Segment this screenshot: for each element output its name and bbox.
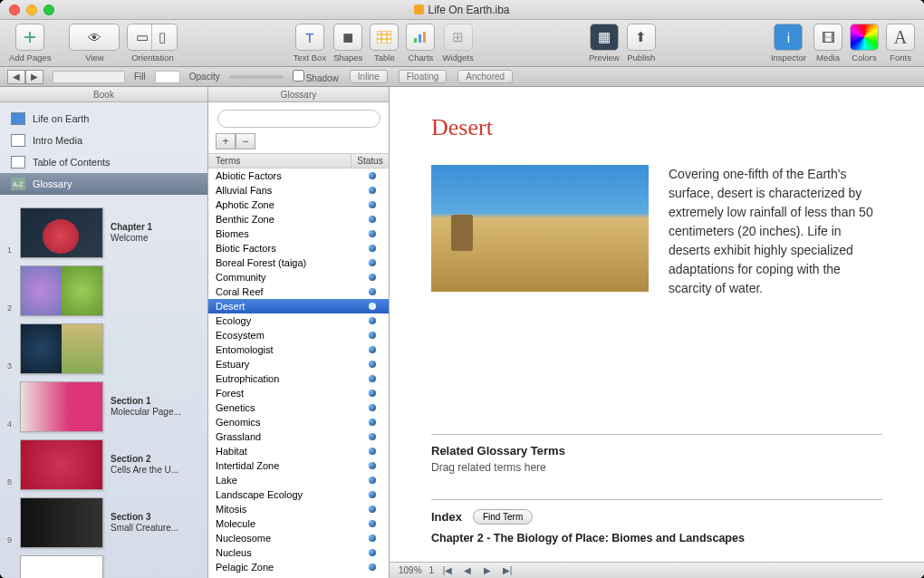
fonts-label: Fonts <box>890 53 911 63</box>
next-page-icon[interactable]: ▶ <box>481 565 494 575</box>
opacity-slider[interactable] <box>229 75 284 79</box>
glossary-column-header: Glossary <box>208 87 389 102</box>
add-pages-button[interactable] <box>15 24 44 51</box>
az-icon: A-Z <box>11 178 25 190</box>
glossary-item[interactable]: A-ZGlossary <box>0 173 207 195</box>
glossary-search-input[interactable] <box>217 110 380 128</box>
status-dot-icon <box>369 216 376 223</box>
term-row[interactable]: Mitosis <box>208 502 389 516</box>
colors-button[interactable] <box>850 24 879 51</box>
term-row[interactable]: Genomics <box>208 415 389 429</box>
first-page-icon[interactable]: |◀ <box>441 565 454 575</box>
status-dot-icon <box>369 477 376 484</box>
media-label: Media <box>816 53 840 63</box>
wrap-anchored[interactable]: Anchored <box>457 70 513 83</box>
charts-button[interactable] <box>406 24 435 51</box>
term-row[interactable]: Eutrophication <box>208 371 389 386</box>
status-dot-icon <box>369 172 376 179</box>
related-drop-zone[interactable]: Drag related terms here <box>431 461 882 474</box>
wrap-inline[interactable]: Inline <box>350 70 388 83</box>
term-row[interactable]: Molecule <box>208 516 389 531</box>
back-button[interactable]: ◀ <box>7 70 25 84</box>
term-row[interactable]: Habitat <box>208 444 389 458</box>
book-column-header: Book <box>0 87 207 102</box>
shapes-button[interactable]: ◼︎ <box>333 24 362 51</box>
orientation-toggle[interactable]: ▭▯ <box>127 24 178 51</box>
remove-term-button[interactable]: − <box>236 133 255 149</box>
term-row[interactable]: Nucleosome <box>208 531 389 545</box>
term-row[interactable]: Pheromone <box>208 574 389 578</box>
preview-label: Preview <box>589 53 620 63</box>
term-row[interactable]: Aphotic Zone <box>208 197 389 212</box>
term-row[interactable]: Alluvial Fans <box>208 183 389 197</box>
last-page-icon[interactable]: ▶| <box>501 565 514 575</box>
view-label: View <box>85 53 103 63</box>
table-button[interactable] <box>370 24 399 51</box>
term-row[interactable]: Genetics <box>208 400 389 415</box>
term-row[interactable]: Forest <box>208 386 389 400</box>
term-row[interactable]: Intertidal Zone <box>208 458 389 473</box>
term-row[interactable]: Benthic Zone <box>208 212 389 226</box>
toc-item[interactable]: Table of Contents <box>0 151 207 173</box>
term-row[interactable]: Boreal Forest (taiga) <box>208 255 389 270</box>
fill-label: Fill <box>134 72 146 82</box>
entry-body[interactable]: Covering one-fifth of the Earth's surfac… <box>669 165 882 298</box>
term-row[interactable]: Landscape Ecology <box>208 487 389 502</box>
term-row[interactable]: Grassland <box>208 429 389 444</box>
view-button[interactable]: 👁 <box>69 24 120 51</box>
term-row[interactable]: Biotic Factors <box>208 241 389 255</box>
term-row[interactable]: Abiotic Factors <box>208 169 389 183</box>
term-row[interactable]: Desert <box>208 299 389 313</box>
thumb-section-3[interactable] <box>20 497 103 548</box>
thumb-chapter-1[interactable] <box>20 207 103 258</box>
publish-button[interactable]: ⬆︎ <box>627 24 656 51</box>
widgets-label: Widgets <box>442 53 473 63</box>
thumb-page-3[interactable] <box>20 323 103 374</box>
fill-color-well[interactable] <box>155 71 180 83</box>
preview-button[interactable]: ▦ <box>590 24 619 51</box>
fonts-button[interactable]: A <box>886 24 915 51</box>
status-header[interactable]: Status <box>351 154 389 168</box>
term-row[interactable]: Ecology <box>208 313 389 328</box>
term-row[interactable]: Nucleus <box>208 545 389 560</box>
opacity-label: Opacity <box>189 72 220 82</box>
status-dot-icon <box>369 419 376 426</box>
term-row[interactable]: Pelagic Zone <box>208 560 389 574</box>
style-well[interactable] <box>53 71 125 83</box>
term-row[interactable]: Entomologist <box>208 342 389 357</box>
thumb-section-2[interactable] <box>20 439 103 490</box>
entry-image[interactable] <box>431 165 649 292</box>
book-title-item[interactable]: Life on Earth <box>0 108 207 130</box>
find-term-button[interactable]: Find Term <box>473 509 533 525</box>
term-row[interactable]: Community <box>208 270 389 284</box>
term-row[interactable]: Coral Reef <box>208 284 389 299</box>
terms-header[interactable]: Terms <box>208 154 351 168</box>
prev-page-icon[interactable]: ◀ <box>461 565 474 575</box>
term-row[interactable]: Biomes <box>208 226 389 241</box>
status-dot-icon <box>369 187 376 194</box>
term-row[interactable]: Ecosystem <box>208 328 389 342</box>
zoom-level[interactable]: 109% <box>399 565 422 575</box>
status-dot-icon <box>369 361 376 368</box>
thumb-page-10[interactable] <box>20 555 103 578</box>
term-row[interactable]: Lake <box>208 473 389 487</box>
forward-button[interactable]: ▶ <box>25 70 43 84</box>
glossary-list-column: Glossary + − Terms Status Abiotic Factor… <box>208 87 390 578</box>
intro-media-item[interactable]: Intro Media <box>0 130 207 151</box>
text-box-button[interactable]: T <box>295 24 324 51</box>
charts-label: Charts <box>408 53 433 63</box>
status-dot-icon <box>369 506 376 513</box>
media-icon <box>11 134 25 147</box>
thumb-page-2[interactable] <box>20 265 103 316</box>
inspector-button[interactable]: i <box>774 24 803 51</box>
term-row[interactable]: Estuary <box>208 357 389 371</box>
thumb-section-1[interactable] <box>20 381 103 432</box>
status-dot-icon <box>369 201 376 208</box>
add-term-button[interactable]: + <box>216 133 236 149</box>
shadow-checkbox[interactable]: Shadow <box>293 70 339 83</box>
index-chapter-ref[interactable]: Chapter 2 - The Biology of Place: Biomes… <box>431 532 882 544</box>
media-button[interactable]: 🎞 <box>813 24 842 51</box>
wrap-floating[interactable]: Floating <box>399 70 448 83</box>
related-heading: Related Glossary Terms <box>431 444 882 458</box>
widgets-button[interactable]: ⊞ <box>444 24 473 51</box>
